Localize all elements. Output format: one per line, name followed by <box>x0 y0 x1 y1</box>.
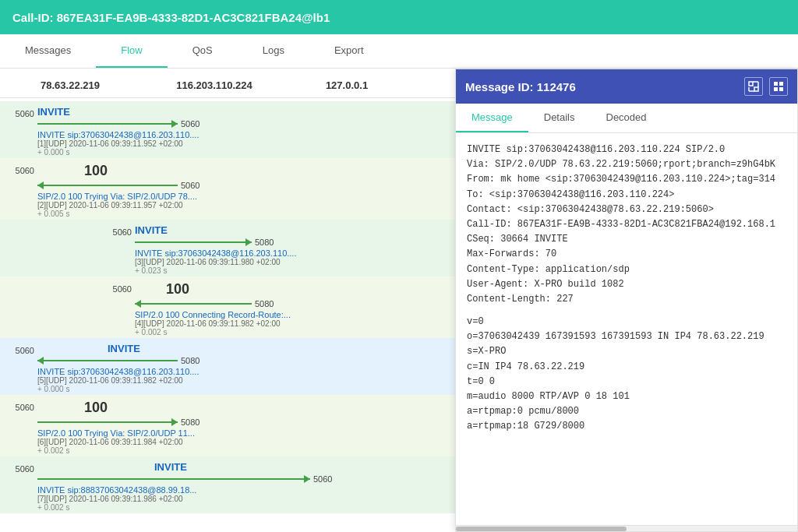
arrow-line-5 <box>37 360 178 361</box>
msg-text-6: SIP/2.0 100 Trying Via: SIP/2.0/UDP 11..… <box>37 428 453 438</box>
flow-row-1: 5060 INVITE 5060 INVITE sip:37063042438@… <box>6 106 453 157</box>
arrow-row-6: 5080 <box>37 417 453 427</box>
msg-offset-5: + 0.000 s <box>37 385 453 393</box>
panel-icons <box>744 77 788 96</box>
msg-text-7: INVITE sip:88837063042438@88.99.18... <box>37 485 453 495</box>
content-line-5: Call-ID: 867EA31F-EA9B-4333-82D1-AC3C821… <box>467 217 786 232</box>
msg-offset-4: + 0.002 s <box>135 328 453 336</box>
host-1: 78.63.22.219 <box>8 79 132 91</box>
svg-rect-0 <box>749 82 753 86</box>
content-line-12: v=0 <box>467 315 786 329</box>
response-label-6: 100 <box>84 400 453 416</box>
flow-row-4: 5060 100 5080 SIP/2.0 100 Connecting Rec… <box>6 281 453 336</box>
flow-arrow-4: 100 5080 SIP/2.0 100 Connecting Record-R… <box>135 281 453 336</box>
flow-row-7: 5060 INVITE 5060 INVITE sip:888370630424… <box>6 461 453 512</box>
svg-rect-1 <box>754 87 758 91</box>
flow-messages: 5060 INVITE 5060 INVITE sip:37063042438@… <box>0 98 459 513</box>
arrow-line-7 <box>37 478 310 480</box>
flow-group-3: 5060 INVITE 5080 INVITE sip:37063042438@… <box>0 220 459 277</box>
panel-tab-details[interactable]: Details <box>528 104 591 132</box>
message-panel: Message ID: 112476 <box>455 69 798 532</box>
flow-group-1: 5060 INVITE 5060 INVITE sip:37063042438@… <box>0 101 459 158</box>
flow-arrow-6: 100 5080 SIP/2.0 100 Trying Via: SIP/2.0… <box>37 400 453 455</box>
panel-tab-message[interactable]: Message <box>456 104 528 132</box>
invite-label-5: INVITE <box>108 343 453 354</box>
tab-flow[interactable]: Flow <box>96 34 167 68</box>
content-line-3: To: <sip:37063042438@116.203.110.224> <box>467 188 786 203</box>
expand-icon[interactable] <box>744 77 763 96</box>
content-line-16: t=0 0 <box>467 375 786 389</box>
svg-rect-8 <box>774 87 778 91</box>
flow-group-6: 5060 100 5080 SIP/2.0 100 Trying Via: SI… <box>0 395 459 456</box>
content-line-19: a=rtpmap:18 G729/8000 <box>467 419 786 434</box>
arrowhead-1 <box>171 120 178 128</box>
msg-meta-6: [6][UDP] 2020-11-06 09:39:11.984 +02:00 <box>37 438 453 446</box>
port-5-right: 5080 <box>178 356 209 365</box>
tab-messages[interactable]: Messages <box>0 34 96 68</box>
main-content: 78.63.22.219 116.203.110.224 127.0.0.1 5… <box>0 69 798 532</box>
flow-row-3: 5060 INVITE 5080 INVITE sip:37063042438@… <box>6 224 453 275</box>
host-3: 127.0.0.1 <box>296 79 397 91</box>
content-line-11 <box>467 307 786 315</box>
panel-tabs: Message Details Decoded <box>456 104 797 133</box>
port-5-left: 5060 <box>6 343 37 355</box>
content-line-7: Max-Forwards: 70 <box>467 247 786 262</box>
call-id-text: Call-ID: 867EA31F-EA9B-4333-82D1-AC3C821… <box>12 11 330 24</box>
port-7-left: 5060 <box>6 461 37 474</box>
port-6-right: 5080 <box>178 417 209 427</box>
arrow-line-2 <box>37 185 178 186</box>
arrowhead-3 <box>245 238 252 246</box>
msg-offset-1: + 0.000 s <box>37 148 453 157</box>
arrowhead-7 <box>304 475 310 483</box>
arrowhead-2 <box>37 181 44 189</box>
content-line-9: User-Agent: X-PRO build 1082 <box>467 277 786 292</box>
flow-group-2: 5060 100 5060 SIP/2.0 100 Trying Via: SI… <box>0 158 459 220</box>
port-2-left: 5060 <box>6 163 37 175</box>
response-label-4: 100 <box>166 281 453 298</box>
content-line-13: o=37063042439 167391593 167391593 IN IP4… <box>467 329 786 344</box>
content-line-18: a=rtpmap:0 pcmu/8000 <box>467 404 786 419</box>
content-line-0: INVITE sip:37063042438@116.203.110.224 S… <box>467 143 786 157</box>
content-line-1: Via: SIP/2.0/UDP 78.63.22.219:5060;rport… <box>467 157 786 172</box>
content-line-17: m=audio 8000 RTP/AVP 0 18 101 <box>467 389 786 404</box>
arrowhead-5 <box>37 357 44 365</box>
invite-label-3: INVITE <box>135 224 453 236</box>
panel-header: Message ID: 112476 <box>456 69 797 104</box>
msg-offset-2: + 0.005 s <box>37 210 453 218</box>
msg-meta-3: [3][UDP] 2020-11-06 09:39:11.980 +02:00 <box>135 258 453 266</box>
tab-qos[interactable]: QoS <box>168 34 238 68</box>
content-line-2: From: mk home <sip:37063042439@116.203.1… <box>467 172 786 187</box>
svg-rect-9 <box>779 87 783 91</box>
grid-icon[interactable] <box>769 77 788 96</box>
panel-tab-decoded[interactable]: Decoded <box>591 104 662 132</box>
port-3-right: 5080 <box>252 238 283 247</box>
msg-text-2: SIP/2.0 100 Trying Via: SIP/2.0/UDP 78..… <box>37 192 453 201</box>
flow-hosts: 78.63.22.219 116.203.110.224 127.0.0.1 <box>0 69 459 98</box>
flow-arrow-1: INVITE 5060 INVITE sip:37063042438@116.2… <box>37 106 453 157</box>
scrollbar-thumb[interactable] <box>456 527 627 531</box>
arrowhead-4 <box>135 300 141 308</box>
flow-arrow-7: INVITE 5060 INVITE sip:88837063042438@88… <box>37 461 453 512</box>
invite-label-7: INVITE <box>154 461 453 473</box>
arrow-row-1: 5060 <box>37 119 453 129</box>
msg-meta-4: [4][UDP] 2020-11-06 09:39:11.982 +02:00 <box>135 319 453 328</box>
flow-arrow-5: INVITE 5080 INVITE sip:37063042438@116.2… <box>37 343 453 393</box>
flow-group-5: 5060 INVITE 5080 INVITE sip:37063042438@… <box>0 338 459 395</box>
port-1-left: 5060 <box>6 106 37 118</box>
panel-scrollbar[interactable] <box>456 525 797 531</box>
response-label-2: 100 <box>84 163 453 179</box>
svg-rect-6 <box>774 82 778 86</box>
flow-diagram: 78.63.22.219 116.203.110.224 127.0.0.1 5… <box>0 69 460 532</box>
panel-content: INVITE sip:37063042438@116.203.110.224 S… <box>456 133 797 525</box>
arrow-row-3: 5080 <box>135 238 453 247</box>
tab-logs[interactable]: Logs <box>238 34 309 68</box>
panel-title: Message ID: 112476 <box>465 80 576 93</box>
flow-arrow-3: INVITE 5080 INVITE sip:37063042438@116.2… <box>135 224 453 275</box>
host-2: 116.203.110.224 <box>132 79 296 91</box>
arrowhead-6 <box>171 418 178 426</box>
flow-row-6: 5060 100 5080 SIP/2.0 100 Trying Via: SI… <box>6 400 453 455</box>
arrow-row-7: 5060 <box>37 474 453 484</box>
tab-export[interactable]: Export <box>309 34 389 68</box>
arrow-row-2: 5060 <box>37 181 453 190</box>
content-line-10: Content-Length: 227 <box>467 292 786 307</box>
